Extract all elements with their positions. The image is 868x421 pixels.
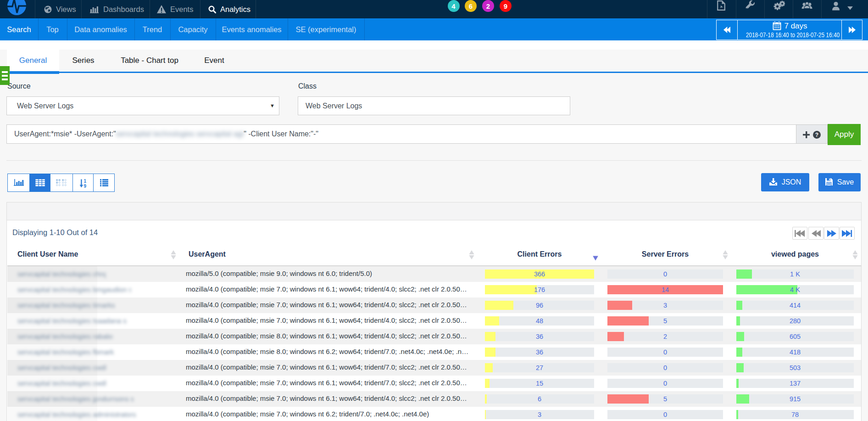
- svg-text:9: 9: [84, 184, 87, 188]
- svg-text:1: 1: [84, 179, 87, 184]
- svg-text:?: ?: [815, 132, 818, 138]
